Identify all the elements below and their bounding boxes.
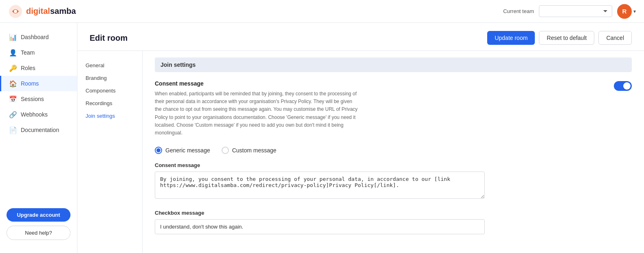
subnav-recordings[interactable]: Recordings — [77, 97, 142, 110]
sidebar-item-sessions[interactable]: 📅 Sessions — [0, 91, 77, 107]
need-help-button[interactable]: Need help? — [7, 226, 70, 240]
header: digitalsamba Current team R ▾ — [0, 0, 644, 23]
consent-message-label: Consent message — [155, 80, 606, 87]
consent-message-info: Consent message When enabled, participan… — [155, 80, 606, 137]
sidebar-item-webhooks[interactable]: 🔗 Webhooks — [0, 107, 77, 122]
subnav-general[interactable]: General — [77, 59, 142, 72]
main-topbar: Edit room Update room Reset to default C… — [77, 23, 644, 51]
logo-highlight: digital — [26, 7, 50, 15]
rooms-icon: 🏠 — [9, 80, 17, 87]
reset-to-default-button[interactable]: Reset to default — [539, 31, 594, 45]
avatar-button[interactable]: R — [617, 4, 632, 19]
settings-panel: Join settings Consent message When enabl… — [143, 51, 644, 253]
sidebar-item-dashboard[interactable]: 📊 Dashboard — [0, 29, 77, 45]
dashboard-icon: 📊 — [9, 33, 17, 41]
consent-message-description: When enabled, participants will be remin… — [155, 90, 358, 137]
sidebar-label-documentation: Documentation — [21, 127, 59, 133]
documentation-icon: 📄 — [9, 126, 17, 134]
sidebar-label-team: Team — [21, 49, 35, 56]
subnav-components[interactable]: Components — [77, 84, 142, 97]
avatar-dropdown-button[interactable]: ▾ — [633, 9, 636, 14]
generic-radio-circle — [155, 147, 162, 154]
custom-radio-circle — [222, 147, 229, 154]
sidebar-bottom: Upgrade account Need help? — [0, 202, 77, 246]
custom-message-radio[interactable]: Custom message — [222, 147, 277, 154]
sidebar-label-sessions: Sessions — [21, 96, 44, 102]
content-area: General Branding Components Recordings J… — [77, 51, 644, 253]
sidebar-nav: 📊 Dashboard 👤 Team 🔑 Roles 🏠 Rooms 📅 Ses… — [0, 29, 77, 202]
generic-message-label: Generic message — [165, 147, 210, 154]
toggle-track — [614, 81, 632, 91]
topbar-actions: Update room Reset to default Cancel — [487, 31, 632, 45]
checkbox-message-field-group: Checkbox message — [155, 210, 632, 234]
message-type-radio-group: Generic message Custom message — [155, 147, 632, 154]
logo-text: digitalsamba — [26, 7, 76, 16]
sidebar-item-rooms[interactable]: 🏠 Rooms — [0, 76, 77, 91]
sidebar-label-rooms: Rooms — [21, 80, 39, 87]
consent-message-toggle-area — [614, 80, 632, 91]
sub-nav: General Branding Components Recordings J… — [77, 51, 143, 253]
header-right: Current team R ▾ — [503, 4, 636, 19]
consent-message-toggle[interactable] — [614, 81, 632, 91]
subnav-join-settings[interactable]: Join settings — [77, 110, 142, 122]
sidebar-item-documentation[interactable]: 📄 Documentation — [0, 122, 77, 138]
consent-field-label: Consent message — [155, 162, 632, 168]
toggle-thumb — [623, 82, 631, 90]
section-header: Join settings — [155, 57, 632, 72]
sidebar-label-dashboard: Dashboard — [21, 34, 49, 40]
page-title: Edit room — [90, 33, 127, 43]
sidebar-label-roles: Roles — [21, 65, 35, 71]
main-content: Edit room Update room Reset to default C… — [77, 23, 644, 253]
sidebar: 📊 Dashboard 👤 Team 🔑 Roles 🏠 Rooms 📅 Ses… — [0, 23, 77, 253]
update-room-button[interactable]: Update room — [487, 31, 535, 45]
sidebar-item-roles[interactable]: 🔑 Roles — [0, 60, 77, 76]
logo-rest: samba — [50, 7, 76, 15]
sidebar-item-team[interactable]: 👤 Team — [0, 45, 77, 60]
subnav-branding[interactable]: Branding — [77, 72, 142, 84]
consent-message-field-group: Consent message By joining, you consent … — [155, 162, 632, 200]
generic-message-radio[interactable]: Generic message — [155, 147, 210, 154]
webhooks-icon: 🔗 — [9, 111, 17, 118]
cancel-button[interactable]: Cancel — [598, 31, 632, 45]
consent-message-input[interactable]: By joining, you consent to the processin… — [155, 172, 485, 199]
logo-icon — [8, 4, 23, 19]
sessions-icon: 📅 — [9, 95, 17, 103]
sidebar-label-webhooks: Webhooks — [21, 111, 48, 118]
upgrade-account-button[interactable]: Upgrade account — [7, 208, 70, 222]
roles-icon: 🔑 — [9, 64, 17, 72]
custom-message-label: Custom message — [232, 147, 277, 154]
current-team-label: Current team — [503, 8, 534, 14]
team-icon: 👤 — [9, 49, 17, 56]
team-select[interactable] — [539, 5, 612, 17]
logo: digitalsamba — [8, 4, 76, 19]
checkbox-message-input[interactable] — [155, 219, 485, 234]
consent-message-row: Consent message When enabled, participan… — [155, 80, 632, 137]
svg-point-1 — [14, 10, 17, 13]
body-layout: 📊 Dashboard 👤 Team 🔑 Roles 🏠 Rooms 📅 Ses… — [0, 23, 644, 253]
checkbox-field-label: Checkbox message — [155, 210, 632, 216]
